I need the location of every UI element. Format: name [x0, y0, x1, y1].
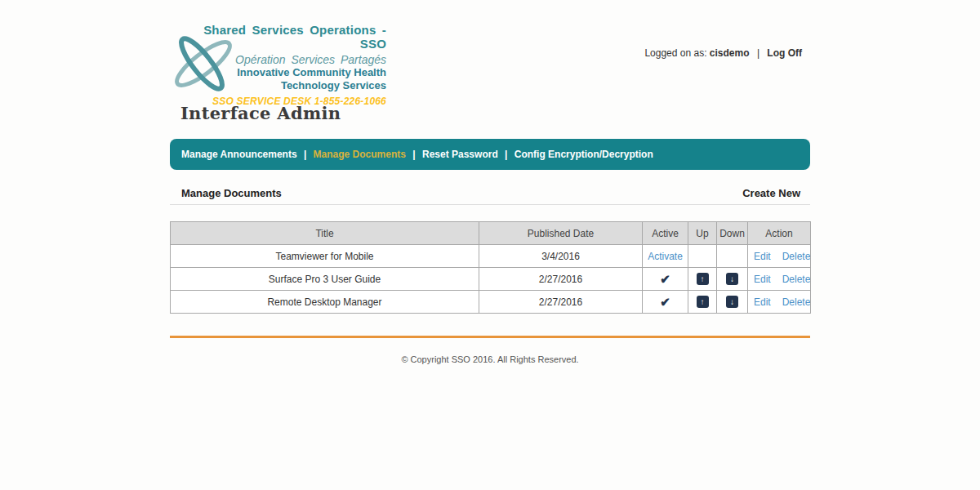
delete-link[interactable]: Delete	[782, 274, 811, 285]
nav-separator: |	[301, 149, 310, 160]
cell-action: EditDelete	[748, 291, 811, 314]
cell-up	[688, 245, 717, 268]
column-header-active: Active	[643, 222, 688, 245]
table-row-surface-pro-3-user-guide: Surface Pro 3 User Guide2/27/2016✔↑↓Edit…	[171, 268, 811, 291]
login-separator: |	[757, 47, 760, 59]
main-nav: Manage Announcements | Manage Documents …	[170, 139, 810, 170]
column-header-title: Title	[171, 222, 479, 245]
cell-published-date: 3/4/2016	[479, 245, 643, 268]
page: Shared Services Operations - SSO Opérati…	[0, 0, 980, 490]
logged-on-user: cisdemo	[710, 47, 750, 59]
cell-active: ✔	[643, 268, 688, 291]
cell-published-date: 2/27/2016	[479, 268, 643, 291]
logo-line-technology: Technology Services	[182, 80, 386, 92]
edit-link[interactable]: Edit	[754, 274, 771, 285]
move-up-button[interactable]: ↑	[697, 273, 709, 285]
login-status: Logged on as: cisdemo | Log Off	[644, 47, 802, 59]
cell-action: EditDelete	[748, 268, 811, 291]
activate-link[interactable]: Activate	[648, 251, 683, 262]
move-down-button[interactable]: ↓	[726, 273, 738, 285]
column-header-up: Up	[688, 222, 717, 245]
edit-link[interactable]: Edit	[754, 296, 771, 308]
delete-link[interactable]: Delete	[782, 296, 811, 308]
active-check-icon: ✔	[660, 272, 670, 286]
edit-link[interactable]: Edit	[754, 251, 771, 262]
column-header-published-date: Published Date	[479, 222, 643, 245]
move-up-button[interactable]: ↑	[697, 296, 709, 308]
column-header-action: Action	[748, 222, 811, 245]
cell-down	[717, 245, 748, 268]
logo-title: Shared Services Operations - SSO	[182, 23, 386, 51]
documents-table-body: Teamviewer for Mobile3/4/2016ActivateEdi…	[171, 245, 811, 314]
logo-text: Shared Services Operations - SSO Opérati…	[182, 23, 386, 108]
delete-link[interactable]: Delete	[782, 251, 811, 262]
nav-item-reset-password[interactable]: Reset Password	[422, 149, 498, 160]
cell-down: ↓	[717, 291, 748, 314]
create-new-link[interactable]: Create New	[742, 187, 800, 199]
logo-subtitle-french: Opération Services Partagés	[182, 53, 386, 66]
page-title: Interface Admin	[180, 103, 341, 123]
logged-on-label: Logged on as:	[644, 47, 706, 59]
nav-item-manage-documents[interactable]: Manage Documents	[314, 149, 406, 160]
copyright-text: © Copyright SSO 2016. All Rights Reserve…	[0, 354, 980, 364]
nav-separator: |	[502, 149, 510, 160]
documents-table-header-row: TitlePublished DateActiveUpDownAction	[171, 222, 811, 245]
log-off-link[interactable]: Log Off	[767, 47, 802, 59]
cell-title: Teamviewer for Mobile	[171, 245, 479, 268]
documents-table: TitlePublished DateActiveUpDownAction Te…	[170, 221, 811, 314]
logo-line-innovative: Innovative Community Health	[182, 67, 386, 79]
table-row-remote-desktop-manager: Remote Desktop Manager2/27/2016✔↑↓EditDe…	[171, 291, 811, 314]
section-divider	[170, 204, 810, 205]
cell-action: EditDelete	[748, 245, 811, 268]
table-row-teamviewer-for-mobile: Teamviewer for Mobile3/4/2016ActivateEdi…	[171, 245, 811, 268]
cell-title: Surface Pro 3 User Guide	[171, 268, 479, 291]
nav-separator: |	[410, 149, 418, 160]
active-check-icon: ✔	[660, 295, 670, 309]
cell-up: ↑	[688, 268, 717, 291]
column-header-down: Down	[717, 222, 748, 245]
footer-orange-divider	[170, 336, 810, 338]
cell-title: Remote Desktop Manager	[171, 291, 479, 314]
cell-up: ↑	[688, 291, 717, 314]
nav-item-manage-announcements[interactable]: Manage Announcements	[181, 149, 297, 160]
cell-active: ✔	[643, 291, 688, 314]
cell-active: Activate	[643, 245, 688, 268]
nav-item-config-encryption-decryption[interactable]: Config Encryption/Decryption	[514, 149, 653, 160]
section-header-row: Manage Documents Create New	[170, 185, 810, 204]
cell-down: ↓	[717, 268, 748, 291]
move-down-button[interactable]: ↓	[726, 296, 738, 308]
cell-published-date: 2/27/2016	[479, 291, 643, 314]
section-title: Manage Documents	[181, 187, 282, 199]
